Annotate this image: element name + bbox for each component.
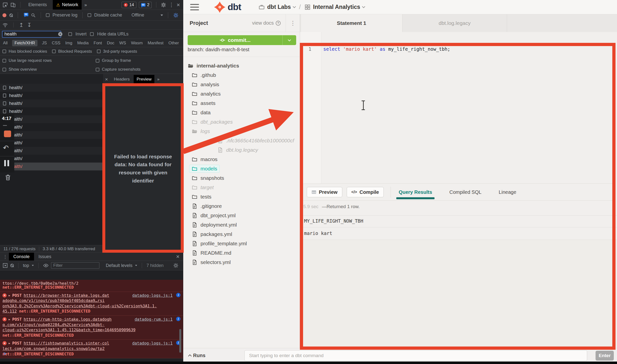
preview-button[interactable]: Preview <box>307 187 342 197</box>
filter-chip[interactable]: JS <box>41 40 47 46</box>
view-docs-link[interactable]: view docs ? <box>252 20 281 26</box>
info-icon[interactable]: i <box>176 293 181 297</box>
kebab-menu-icon[interactable]: ⋮ <box>169 2 174 8</box>
filter-chip[interactable]: Other <box>168 40 180 46</box>
request-row[interactable]: health/ <box>0 107 103 115</box>
filter-chip[interactable]: Font <box>93 40 103 46</box>
record-icon[interactable] <box>2 13 6 17</box>
source-link[interactable]: datadog-logs.js:1 <box>132 341 173 346</box>
console-settings-gear-icon[interactable] <box>173 263 179 268</box>
close-drawer-icon[interactable]: × <box>176 254 180 260</box>
large-rows-checkbox[interactable] <box>2 59 6 63</box>
console-filter-input[interactable] <box>51 262 99 269</box>
code-line[interactable]: select 'mario kart' as my_life_right_now… <box>323 46 450 52</box>
more-detail-tabs-icon[interactable]: » <box>157 77 160 82</box>
tab-headers[interactable]: Headers <box>111 75 133 84</box>
export-har-icon[interactable]: ↧ <box>27 22 31 28</box>
tree-item[interactable]: README.md <box>183 248 300 258</box>
disable-cache-checkbox[interactable] <box>88 13 91 17</box>
network-filter-input[interactable] <box>2 31 61 38</box>
hide-data-urls-checkbox[interactable] <box>90 32 94 36</box>
filter-chip[interactable]: All <box>2 40 8 46</box>
console-error[interactable]: × ▸ POST https://fishtownanalytics.sinte… <box>0 340 183 358</box>
tab-dbt-log-legacy[interactable]: dbt.log.legacy <box>402 14 507 32</box>
error-count-badge[interactable]: ×14 <box>122 2 136 8</box>
device-toolbar-icon[interactable] <box>10 2 16 8</box>
hamburger-menu-icon[interactable] <box>190 4 199 10</box>
filter-chip[interactable]: Media <box>77 40 89 46</box>
enter-button[interactable]: Enter <box>596 351 614 361</box>
account-switcher[interactable]: dbt Labs <box>258 4 296 10</box>
request-row[interactable]: health/ <box>0 163 103 170</box>
frame-context-select[interactable]: top <box>23 263 29 268</box>
console-error[interactable]: × ▸ POST https://rum-http-intake.logs.da… <box>0 316 183 340</box>
close-detail-icon[interactable]: × <box>105 77 108 82</box>
tree-item[interactable]: .gitignore <box>183 201 300 211</box>
explorer-menu-icon[interactable]: ⋮ <box>286 14 300 32</box>
project-switcher[interactable]: Internal Analytics <box>304 4 365 10</box>
tab-statement-1[interactable]: Statement 1 <box>301 14 402 32</box>
live-expression-eye-icon[interactable] <box>43 263 49 268</box>
tab-compiled-sql[interactable]: Compiled SQL <box>448 189 482 195</box>
filter-chip[interactable]: Fetch/XHR <box>12 40 37 46</box>
show-overview-checkbox[interactable] <box>2 68 6 71</box>
tab-console[interactable]: Console <box>9 253 34 261</box>
tree-item[interactable]: deployment.yml <box>183 220 300 230</box>
throttling-caret-icon[interactable] <box>161 15 163 16</box>
search-icon[interactable] <box>31 13 36 18</box>
preserve-log-checkbox[interactable] <box>46 13 50 17</box>
option-checkbox[interactable] <box>2 50 6 53</box>
filter-chip[interactable]: Doc <box>107 40 115 46</box>
option-checkbox[interactable] <box>97 50 101 53</box>
inspect-element-icon[interactable] <box>2 2 8 8</box>
tab-elements[interactable]: Elements <box>25 0 50 10</box>
option-checkbox[interactable] <box>52 50 56 53</box>
undo-icon[interactable]: ↶ <box>3 144 9 152</box>
request-row[interactable]: health/ <box>0 123 103 131</box>
source-link[interactable]: datadog-rum.js:1 <box>135 317 173 322</box>
console-error[interactable]: × ▸ POST https://browser-http-intake.log… <box>0 292 183 316</box>
tree-item[interactable]: analytics <box>183 89 300 99</box>
drawer-menu-icon[interactable]: ⋮ <box>3 254 7 259</box>
invert-checkbox[interactable] <box>68 32 72 36</box>
tree-item[interactable]: .github <box>183 70 300 80</box>
console-scrollbar[interactable] <box>179 329 181 353</box>
request-row[interactable]: health/ <box>0 99 103 107</box>
disclosure-icon[interactable]: ▸ <box>9 293 10 298</box>
settings-gear-icon[interactable] <box>161 2 166 8</box>
console-prompt[interactable]: > <box>3 351 6 356</box>
stop-recording-button[interactable] <box>4 131 11 137</box>
tree-item[interactable]: dbt.log.legacy <box>183 145 300 155</box>
tree-item[interactable]: logs <box>183 127 300 136</box>
request-row[interactable]: health/ <box>0 84 103 92</box>
log-levels-select[interactable]: Default levels <box>106 263 132 268</box>
network-settings-gear-icon[interactable] <box>173 13 179 18</box>
tree-item[interactable]: macros <box>183 155 300 164</box>
request-row[interactable]: health/ <box>0 139 103 147</box>
tree-item[interactable]: snapshots <box>183 173 300 183</box>
info-icon[interactable]: i <box>176 317 181 321</box>
filter-chip[interactable]: Wasm <box>130 40 143 46</box>
tree-item[interactable]: analysis <box>183 80 300 89</box>
sql-editor[interactable] <box>300 32 617 183</box>
console-error[interactable]: ttps://devc.tbb/0a0be2a/health/2 net::ER… <box>0 280 183 292</box>
import-har-icon[interactable]: ↥ <box>19 22 23 28</box>
tab-issues[interactable]: Issues <box>34 253 56 261</box>
commit-dropdown-caret[interactable] <box>282 35 296 45</box>
request-row[interactable]: health/ <box>0 115 103 123</box>
filter-chip[interactable]: CSS <box>51 40 61 46</box>
request-row[interactable]: health/ <box>0 131 103 139</box>
runs-toggle[interactable]: Runs <box>189 353 205 358</box>
tree-item[interactable]: .nfc3665c416bfecb1000000cf <box>183 136 300 145</box>
tree-item[interactable]: target <box>183 183 300 192</box>
group-frame-checkbox[interactable] <box>96 59 99 63</box>
tree-item[interactable]: assets <box>183 99 300 108</box>
tree-item[interactable]: profile_template.yml <box>183 239 300 248</box>
dbt-command-input[interactable] <box>244 350 587 361</box>
filter-chip[interactable]: WS <box>119 40 127 46</box>
issue-count-badge[interactable]: 2 <box>139 2 152 8</box>
request-row[interactable]: health/ <box>0 147 103 155</box>
tree-item[interactable]: dbt_packages <box>183 117 300 127</box>
console-sidebar-icon[interactable] <box>2 263 8 268</box>
tree-item[interactable]: data <box>183 108 300 117</box>
